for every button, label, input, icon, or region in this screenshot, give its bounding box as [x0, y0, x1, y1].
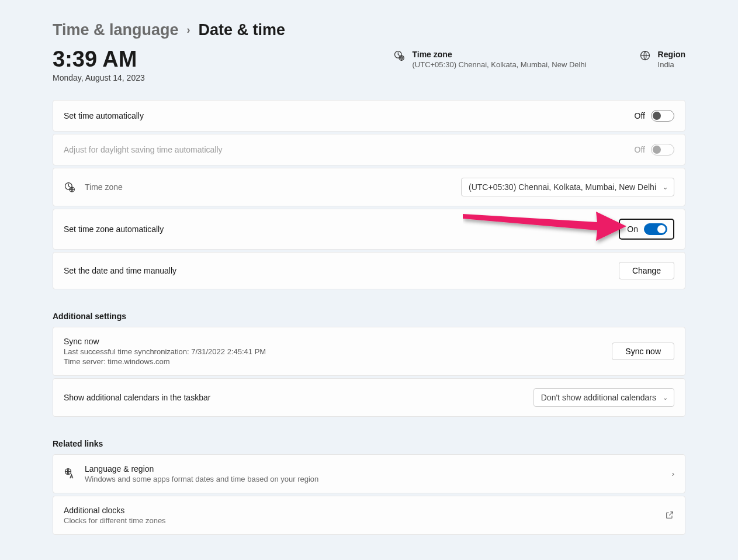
chevron-right-icon: › — [672, 469, 674, 478]
timezone-value: (UTC+05:30) Chennai, Kolkata, Mumbai, Ne… — [412, 60, 586, 69]
breadcrumb: Time & language › Date & time — [53, 21, 685, 39]
globe-icon — [639, 50, 651, 61]
clock-globe-icon — [64, 181, 75, 193]
external-link-icon — [665, 510, 674, 520]
row-set-timezone-automatically: Set time zone automatically On — [53, 209, 685, 250]
toggle-set-timezone-automatically[interactable] — [644, 223, 667, 235]
row-sync-now: Sync now Last successful time synchroniz… — [53, 327, 685, 376]
row-set-time-automatically: Set time automatically Off — [53, 100, 685, 132]
row-label: Set time zone automatically — [64, 224, 609, 234]
row-label: Set time automatically — [64, 111, 625, 120]
sync-server: Time server: time.windows.com — [64, 357, 602, 366]
additional-settings-heading: Additional settings — [53, 312, 685, 321]
toggle-dst-automatically — [651, 144, 674, 155]
header-info-row: 3:39 AM Monday, August 14, 2023 Time zon… — [53, 47, 685, 82]
row-label: Set the date and time manually — [64, 266, 609, 275]
current-date: Monday, August 14, 2023 — [53, 73, 240, 82]
row-time-zone: Time zone (UTC+05:30) Chennai, Kolkata, … — [53, 168, 685, 206]
clock-globe-icon — [393, 50, 405, 61]
additional-calendars-select[interactable]: Don't show additional calendars ⌄ — [533, 388, 674, 407]
sync-now-button[interactable]: Sync now — [612, 343, 674, 360]
row-label: Time zone — [85, 182, 452, 192]
timezone-label: Time zone — [412, 50, 586, 59]
chevron-down-icon: ⌄ — [663, 183, 668, 191]
row-set-manually: Set the date and time manually Change — [53, 252, 685, 289]
timezone-select[interactable]: (UTC+05:30) Chennai, Kolkata, Mumbai, Ne… — [461, 178, 674, 196]
row-additional-calendars: Show additional calendars in the taskbar… — [53, 378, 685, 417]
row-label: Adjust for daylight saving time automati… — [64, 145, 625, 154]
toggle-state-label: Off — [635, 111, 645, 120]
sync-title: Sync now — [64, 337, 602, 346]
link-additional-clocks[interactable]: Additional clocks Clocks for different t… — [53, 496, 685, 535]
breadcrumb-parent[interactable]: Time & language — [53, 21, 179, 39]
link-subtitle: Windows and some apps format dates and t… — [85, 475, 663, 483]
sync-last: Last successful time synchronization: 7/… — [64, 347, 602, 356]
link-title: Language & region — [85, 464, 663, 473]
timezone-select-value: (UTC+05:30) Chennai, Kolkata, Mumbai, Ne… — [469, 182, 656, 192]
chevron-right-icon: › — [187, 24, 190, 36]
chevron-down-icon: ⌄ — [663, 393, 668, 401]
region-label: Region — [658, 50, 685, 59]
current-time: 3:39 AM — [53, 47, 240, 72]
page-title: Date & time — [199, 21, 286, 39]
language-region-icon — [64, 468, 75, 479]
region-value: India — [658, 60, 685, 69]
row-label: Show additional calendars in the taskbar — [64, 393, 524, 402]
related-links-heading: Related links — [53, 439, 685, 448]
toggle-set-time-automatically[interactable] — [651, 110, 674, 122]
additional-calendars-value: Don't show additional calendars — [541, 393, 656, 402]
timezone-summary: Time zone (UTC+05:30) Chennai, Kolkata, … — [393, 50, 586, 69]
change-button[interactable]: Change — [619, 262, 674, 279]
current-time-block: 3:39 AM Monday, August 14, 2023 — [53, 47, 240, 82]
toggle-state-label: Off — [635, 145, 645, 154]
toggle-highlight-box: On — [619, 219, 674, 240]
row-dst-automatically: Adjust for daylight saving time automati… — [53, 134, 685, 165]
toggle-state-label: On — [627, 224, 638, 234]
link-title: Additional clocks — [64, 506, 656, 515]
link-subtitle: Clocks for different time zones — [64, 516, 656, 525]
region-summary: Region India — [639, 50, 685, 69]
link-language-region[interactable]: Language & region Windows and some apps … — [53, 454, 685, 493]
